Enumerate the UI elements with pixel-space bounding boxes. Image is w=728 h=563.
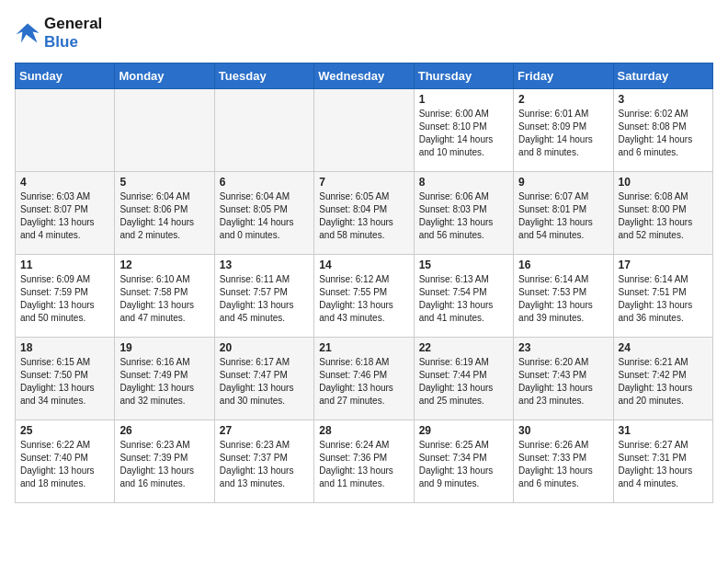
day-number: 2 xyxy=(518,93,608,106)
day-info: Sunrise: 6:23 AM Sunset: 7:39 PM Dayligh… xyxy=(119,439,209,490)
calendar-cell: 16 Sunrise: 6:14 AM Sunset: 7:53 PM Dayl… xyxy=(514,255,613,338)
day-number: 1 xyxy=(419,93,508,106)
calendar-cell: 1 Sunrise: 6:00 AM Sunset: 8:10 PM Dayli… xyxy=(414,89,513,172)
day-number: 14 xyxy=(319,259,408,271)
day-number: 11 xyxy=(20,259,109,271)
day-info: Sunrise: 6:21 AM Sunset: 7:42 PM Dayligh… xyxy=(619,356,708,408)
day-info: Sunrise: 6:00 AM Sunset: 8:10 PM Dayligh… xyxy=(419,108,508,159)
day-number: 21 xyxy=(319,341,408,354)
day-info: Sunrise: 6:25 AM Sunset: 7:34 PM Dayligh… xyxy=(419,439,508,490)
weekday-header-tuesday: Tuesday xyxy=(214,63,313,89)
day-number: 10 xyxy=(619,176,708,189)
day-info: Sunrise: 6:09 AM Sunset: 7:59 PM Dayligh… xyxy=(20,273,109,325)
day-info: Sunrise: 6:04 AM Sunset: 8:05 PM Dayligh… xyxy=(220,190,309,242)
calendar-week-row: 25 Sunrise: 6:22 AM Sunset: 7:40 PM Dayl… xyxy=(16,420,713,503)
day-info: Sunrise: 6:23 AM Sunset: 7:37 PM Dayligh… xyxy=(220,439,309,490)
calendar-cell: 24 Sunrise: 6:21 AM Sunset: 7:42 PM Dayl… xyxy=(613,338,712,420)
day-info: Sunrise: 6:11 AM Sunset: 7:57 PM Dayligh… xyxy=(220,273,309,325)
day-number: 6 xyxy=(220,176,309,189)
calendar-week-row: 1 Sunrise: 6:00 AM Sunset: 8:10 PM Dayli… xyxy=(16,89,713,172)
calendar-cell: 5 Sunrise: 6:04 AM Sunset: 8:06 PM Dayli… xyxy=(115,172,214,255)
day-number: 7 xyxy=(319,176,408,189)
day-number: 31 xyxy=(619,424,708,437)
calendar-cell: 17 Sunrise: 6:14 AM Sunset: 7:51 PM Dayl… xyxy=(613,255,712,338)
day-info: Sunrise: 6:08 AM Sunset: 8:00 PM Dayligh… xyxy=(619,190,708,242)
calendar-week-row: 11 Sunrise: 6:09 AM Sunset: 7:59 PM Dayl… xyxy=(16,255,713,338)
day-number: 16 xyxy=(518,259,608,271)
logo-bird-icon xyxy=(15,20,40,46)
day-info: Sunrise: 6:26 AM Sunset: 7:33 PM Dayligh… xyxy=(518,439,608,490)
day-number: 29 xyxy=(419,424,508,437)
day-info: Sunrise: 6:16 AM Sunset: 7:49 PM Dayligh… xyxy=(119,356,209,408)
day-number: 8 xyxy=(419,176,508,189)
calendar-cell: 11 Sunrise: 6:09 AM Sunset: 7:59 PM Dayl… xyxy=(16,255,115,338)
day-info: Sunrise: 6:06 AM Sunset: 8:03 PM Dayligh… xyxy=(419,190,508,242)
calendar-cell: 21 Sunrise: 6:18 AM Sunset: 7:46 PM Dayl… xyxy=(314,338,414,420)
day-number: 28 xyxy=(319,424,408,437)
calendar-cell: 13 Sunrise: 6:11 AM Sunset: 7:57 PM Dayl… xyxy=(214,255,313,338)
weekday-header-thursday: Thursday xyxy=(414,63,513,89)
day-info: Sunrise: 6:20 AM Sunset: 7:43 PM Dayligh… xyxy=(518,356,608,408)
day-info: Sunrise: 6:15 AM Sunset: 7:50 PM Dayligh… xyxy=(20,356,109,408)
calendar-cell: 15 Sunrise: 6:13 AM Sunset: 7:54 PM Dayl… xyxy=(414,255,513,338)
day-info: Sunrise: 6:07 AM Sunset: 8:01 PM Dayligh… xyxy=(518,190,608,242)
day-number: 15 xyxy=(419,259,508,271)
day-number: 18 xyxy=(20,341,109,354)
day-info: Sunrise: 6:22 AM Sunset: 7:40 PM Dayligh… xyxy=(20,439,109,490)
day-info: Sunrise: 6:14 AM Sunset: 7:53 PM Dayligh… xyxy=(518,273,608,325)
calendar-week-row: 18 Sunrise: 6:15 AM Sunset: 7:50 PM Dayl… xyxy=(16,338,713,420)
calendar-cell: 3 Sunrise: 6:02 AM Sunset: 8:08 PM Dayli… xyxy=(613,89,712,172)
day-info: Sunrise: 6:13 AM Sunset: 7:54 PM Dayligh… xyxy=(419,273,508,325)
calendar-cell xyxy=(16,89,115,172)
day-number: 5 xyxy=(119,176,209,189)
calendar-cell: 4 Sunrise: 6:03 AM Sunset: 8:07 PM Dayli… xyxy=(16,172,115,255)
calendar-cell: 29 Sunrise: 6:25 AM Sunset: 7:34 PM Dayl… xyxy=(414,420,513,503)
calendar-cell: 27 Sunrise: 6:23 AM Sunset: 7:37 PM Dayl… xyxy=(214,420,313,503)
day-info: Sunrise: 6:24 AM Sunset: 7:36 PM Dayligh… xyxy=(319,439,408,490)
day-info: Sunrise: 6:04 AM Sunset: 8:06 PM Dayligh… xyxy=(119,190,209,242)
day-number: 30 xyxy=(518,424,608,437)
calendar-cell: 18 Sunrise: 6:15 AM Sunset: 7:50 PM Dayl… xyxy=(16,338,115,420)
logo: General Blue xyxy=(15,15,102,52)
day-info: Sunrise: 6:12 AM Sunset: 7:55 PM Dayligh… xyxy=(319,273,408,325)
calendar-cell: 19 Sunrise: 6:16 AM Sunset: 7:49 PM Dayl… xyxy=(115,338,214,420)
calendar-cell: 28 Sunrise: 6:24 AM Sunset: 7:36 PM Dayl… xyxy=(314,420,414,503)
day-info: Sunrise: 6:14 AM Sunset: 7:51 PM Dayligh… xyxy=(619,273,708,325)
calendar-cell: 12 Sunrise: 6:10 AM Sunset: 7:58 PM Dayl… xyxy=(115,255,214,338)
day-number: 23 xyxy=(518,341,608,354)
weekday-header-monday: Monday xyxy=(115,63,214,89)
day-number: 3 xyxy=(619,93,708,106)
calendar-cell xyxy=(214,89,313,172)
logo-text: General Blue xyxy=(44,15,102,52)
calendar-cell: 6 Sunrise: 6:04 AM Sunset: 8:05 PM Dayli… xyxy=(214,172,313,255)
weekday-header-friday: Friday xyxy=(514,63,613,89)
calendar-cell: 14 Sunrise: 6:12 AM Sunset: 7:55 PM Dayl… xyxy=(314,255,414,338)
calendar-header-row: SundayMondayTuesdayWednesdayThursdayFrid… xyxy=(16,63,713,89)
calendar-cell xyxy=(115,89,214,172)
calendar-cell: 25 Sunrise: 6:22 AM Sunset: 7:40 PM Dayl… xyxy=(16,420,115,503)
calendar-cell: 10 Sunrise: 6:08 AM Sunset: 8:00 PM Dayl… xyxy=(613,172,712,255)
weekday-header-saturday: Saturday xyxy=(613,63,712,89)
calendar-cell: 31 Sunrise: 6:27 AM Sunset: 7:31 PM Dayl… xyxy=(613,420,712,503)
calendar-cell: 30 Sunrise: 6:26 AM Sunset: 7:33 PM Dayl… xyxy=(514,420,613,503)
day-number: 26 xyxy=(119,424,209,437)
day-info: Sunrise: 6:10 AM Sunset: 7:58 PM Dayligh… xyxy=(119,273,209,325)
day-number: 19 xyxy=(119,341,209,354)
svg-marker-0 xyxy=(16,24,39,43)
day-info: Sunrise: 6:01 AM Sunset: 8:09 PM Dayligh… xyxy=(518,108,608,159)
day-number: 13 xyxy=(220,259,309,271)
calendar-cell: 26 Sunrise: 6:23 AM Sunset: 7:39 PM Dayl… xyxy=(115,420,214,503)
day-info: Sunrise: 6:05 AM Sunset: 8:04 PM Dayligh… xyxy=(319,190,408,242)
calendar-cell xyxy=(314,89,414,172)
calendar-cell: 2 Sunrise: 6:01 AM Sunset: 8:09 PM Dayli… xyxy=(514,89,613,172)
day-number: 25 xyxy=(20,424,109,437)
day-info: Sunrise: 6:19 AM Sunset: 7:44 PM Dayligh… xyxy=(419,356,508,408)
weekday-header-wednesday: Wednesday xyxy=(314,63,414,89)
calendar-cell: 8 Sunrise: 6:06 AM Sunset: 8:03 PM Dayli… xyxy=(414,172,513,255)
day-info: Sunrise: 6:18 AM Sunset: 7:46 PM Dayligh… xyxy=(319,356,408,408)
day-number: 17 xyxy=(619,259,708,271)
calendar-cell: 23 Sunrise: 6:20 AM Sunset: 7:43 PM Dayl… xyxy=(514,338,613,420)
day-number: 24 xyxy=(619,341,708,354)
day-info: Sunrise: 6:02 AM Sunset: 8:08 PM Dayligh… xyxy=(619,108,708,159)
weekday-header-sunday: Sunday xyxy=(16,63,115,89)
